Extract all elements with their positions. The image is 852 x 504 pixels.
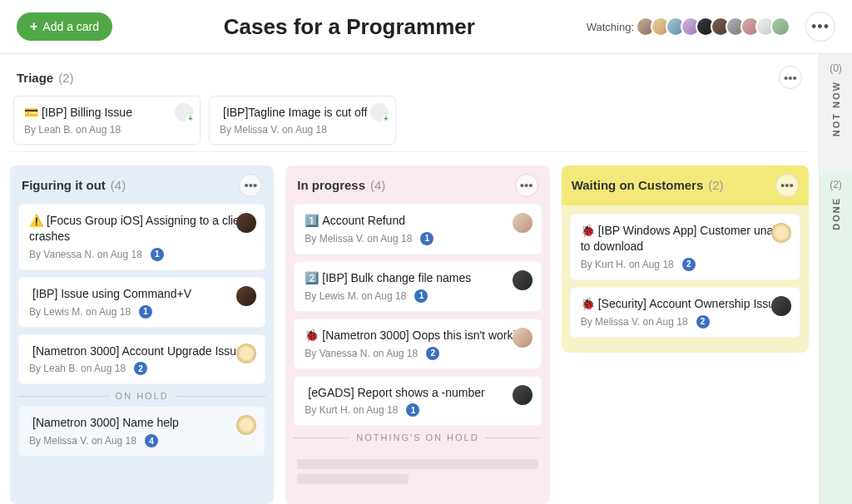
- column-figuring-it-out: Figuring it out (4) ••• ⚠️[Focus Group i…: [10, 166, 274, 504]
- rail-label: DONE: [831, 197, 841, 230]
- card[interactable]: ⚠️[Focus Group iOS] Assigning to a clien…: [18, 204, 265, 270]
- card[interactable]: [Nametron 3000] Account Upgrade Issue? B…: [18, 334, 265, 385]
- card-meta: By Leah B. on Aug 18: [24, 124, 190, 136]
- card-title: 💳[IBP] Billing Issue: [24, 105, 190, 121]
- card[interactable]: 2️⃣[IBP] Bulk change file names By Lewis…: [294, 261, 541, 312]
- card-title: [IBP] Issue using Command+V: [29, 286, 255, 302]
- card-meta: By Kurt H. on Aug 182: [581, 258, 790, 271]
- avatar[interactable]: [513, 213, 532, 233]
- ellipsis-icon: •••: [811, 18, 830, 36]
- triage-count: (2): [58, 71, 73, 85]
- placeholder-line: [297, 459, 537, 469]
- main-column-area: Triage (2) ••• 💳[IBP] Billing Issue By L…: [0, 54, 819, 504]
- card-meta: By Vanessa N. on Aug 182: [305, 347, 530, 360]
- card-meta: By Lewis M. on Aug 181: [29, 305, 255, 319]
- column-wrap-waiting: Waiting on Customers (2) ••• 🐞[IBP Windo…: [562, 166, 809, 504]
- nothing-on-hold-divider: NOTHING'S ON HOLD: [294, 432, 541, 442]
- card-title: [Nametron 3000] Name help: [29, 415, 255, 431]
- card-meta: By Melissa V. on Aug 182: [581, 315, 790, 329]
- triage-title: Triage: [17, 71, 53, 85]
- watching-section: Watching: •••: [587, 12, 835, 42]
- column-count: (4): [370, 178, 385, 192]
- triage-card[interactable]: 💳[IBP] Billing Issue By Leah B. on Aug 1…: [13, 96, 201, 145]
- column-title: In progress: [297, 178, 365, 192]
- card-meta: By Melissa V. on Aug 181: [305, 232, 530, 245]
- avatar[interactable]: [770, 17, 790, 37]
- card[interactable]: 1️⃣Account Refund By Melissa V. on Aug 1…: [294, 204, 541, 254]
- avatar[interactable]: [236, 343, 256, 363]
- assign-icon[interactable]: [175, 103, 193, 121]
- card-title: 🐞[IBP Windows App] Customer unable to do…: [581, 223, 790, 254]
- card-title: ⚠️[Focus Group iOS] Assigning to a clien…: [29, 213, 255, 245]
- column-title: Figuring it out: [22, 178, 106, 192]
- card-title: [Nametron 3000] Account Upgrade Issue?: [29, 343, 255, 359]
- column-more-button[interactable]: •••: [515, 174, 538, 197]
- avatar[interactable]: [513, 270, 532, 290]
- card[interactable]: 🐞[IBP Windows App] Customer unable to do…: [570, 214, 800, 280]
- header: + Add a card Cases for a Programmer Watc…: [0, 0, 852, 54]
- add-card-label: Add a card: [42, 20, 99, 33]
- avatar[interactable]: [771, 223, 791, 243]
- plus-icon: +: [30, 19, 37, 34]
- column-title: Waiting on Customers: [572, 178, 704, 192]
- ellipsis-icon: •••: [520, 178, 533, 192]
- column-more-button[interactable]: •••: [239, 174, 262, 197]
- card[interactable]: [IBP] Issue using Command+V By Lewis M. …: [18, 277, 265, 328]
- column-count: (4): [111, 178, 126, 192]
- triage-header: Triage (2) •••: [13, 66, 805, 89]
- avatar[interactable]: [771, 296, 791, 316]
- count-badge: 1: [151, 248, 164, 261]
- card-title: [IBP]Tagline Image is cut off: [220, 105, 385, 121]
- card[interactable]: 🐞[Security] Account Ownership Issue By M…: [570, 287, 800, 338]
- rail-count: (0): [830, 62, 842, 74]
- header-more-button[interactable]: •••: [805, 12, 835, 42]
- on-hold-divider: ON HOLD: [18, 391, 265, 401]
- rail-label: NOT NOW: [831, 81, 841, 136]
- placeholder-line: [297, 474, 409, 484]
- card[interactable]: [eGADS] Report shows a -number By Kurt H…: [294, 376, 541, 427]
- rail-count: (2): [830, 179, 842, 190]
- ellipsis-icon: •••: [784, 71, 797, 85]
- triage-card[interactable]: [IBP]Tagline Image is cut off By Melissa…: [209, 96, 396, 145]
- empty-placeholder: [294, 447, 541, 496]
- assign-icon[interactable]: [370, 103, 389, 121]
- card-title: 2️⃣[IBP] Bulk change file names: [305, 270, 530, 286]
- count-badge: 1: [420, 232, 433, 245]
- board: Triage (2) ••• 💳[IBP] Billing Issue By L…: [0, 54, 852, 504]
- column-more-button[interactable]: •••: [775, 174, 799, 197]
- column-header: In progress (4) •••: [294, 174, 541, 197]
- count-badge: 2: [426, 347, 439, 360]
- card-title: [eGADS] Report shows a -number: [305, 385, 530, 401]
- card-title: 1️⃣Account Refund: [305, 213, 530, 229]
- triage-cards: 💳[IBP] Billing Issue By Leah B. on Aug 1…: [13, 96, 805, 145]
- ellipsis-icon: •••: [244, 178, 257, 192]
- triage-more-button[interactable]: •••: [779, 66, 802, 89]
- column-in-progress: In progress (4) ••• 1️⃣Account Refund By…: [285, 166, 549, 504]
- column-header: Figuring it out (4) •••: [18, 174, 265, 197]
- rail-not-now[interactable]: (0) NOT NOW: [820, 54, 852, 170]
- card-meta: By Melissa V. on Aug 18: [220, 124, 385, 136]
- count-badge: 2: [696, 315, 710, 329]
- avatar[interactable]: [236, 415, 256, 435]
- card[interactable]: 🐞[Nametron 3000] Oops this isn't working…: [294, 319, 541, 369]
- kanban-columns: Figuring it out (4) ••• ⚠️[Focus Group i…: [10, 152, 809, 504]
- count-badge: 1: [406, 403, 419, 417]
- column-header: Waiting on Customers (2) •••: [562, 166, 809, 205]
- avatar[interactable]: [513, 328, 532, 348]
- add-card-button[interactable]: + Add a card: [17, 12, 112, 41]
- column-count: (2): [708, 178, 723, 192]
- count-badge: 1: [414, 289, 428, 303]
- count-badge: 4: [145, 434, 158, 447]
- triage-section: Triage (2) ••• 💳[IBP] Billing Issue By L…: [10, 54, 809, 152]
- watchers-list[interactable]: [641, 17, 790, 37]
- card-meta: By Lewis M. on Aug 181: [305, 289, 530, 303]
- avatar[interactable]: [513, 385, 532, 405]
- card-meta: By Melissa V. on Aug 184: [29, 434, 255, 447]
- avatar[interactable]: [236, 286, 256, 306]
- page-title: Cases for a Programmer: [112, 14, 587, 40]
- card-meta: By Kurt H. on Aug 181: [305, 403, 530, 417]
- card[interactable]: [Nametron 3000] Name help By Melissa V. …: [18, 406, 265, 457]
- column-waiting-on-customers: Waiting on Customers (2) ••• 🐞[IBP Windo…: [562, 166, 809, 353]
- rail-done[interactable]: (2) DONE: [820, 170, 852, 504]
- count-badge: 1: [139, 305, 152, 319]
